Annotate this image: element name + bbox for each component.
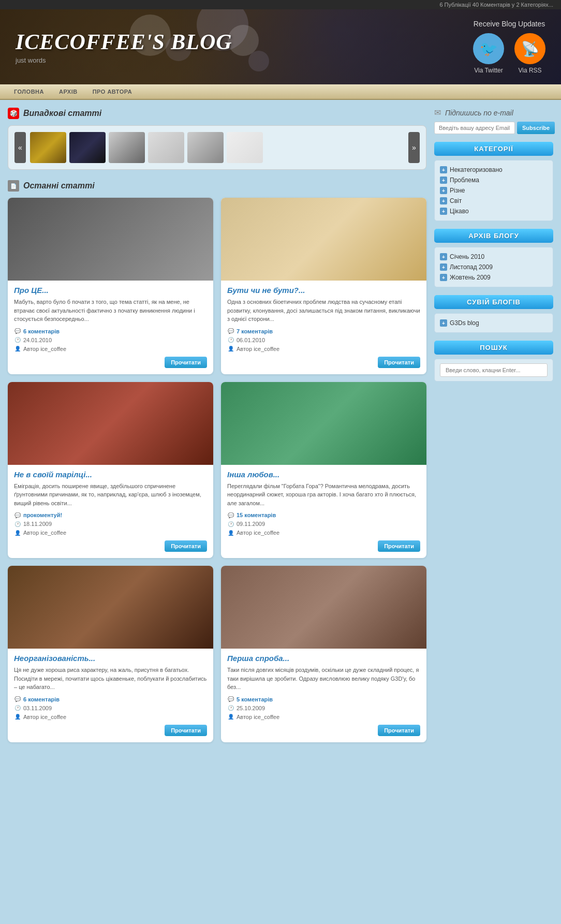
- post-date-4: 09.11.2009: [237, 521, 265, 527]
- top-bar: 6 Публікації 40 Коментарів у 2 Категорія…: [0, 0, 561, 9]
- comments-link-1[interactable]: 6 коментарів: [23, 328, 60, 334]
- comments-icon-3: 💬: [14, 511, 21, 519]
- date-meta-3: 🕐 18.11.2009: [14, 520, 207, 527]
- rss-link[interactable]: 📡 Via RSS: [514, 33, 545, 74]
- category-item-2[interactable]: + Проблема: [440, 175, 548, 185]
- author-meta-3: 👤 Автор ice_coffee: [14, 529, 207, 536]
- social-icons: 🐦 Via Twitter 📡 Via RSS: [473, 33, 545, 74]
- thumb-3[interactable]: [109, 132, 145, 163]
- author-icon-6: 👤: [227, 713, 234, 721]
- post-title-2[interactable]: Бути чи не бути?...: [227, 286, 420, 295]
- thumb-2[interactable]: [69, 132, 106, 163]
- category-label-5: Цікаво: [450, 208, 469, 215]
- post-body-1: Про ЦЕ... Мабуть, варто було б почати з …: [8, 281, 213, 374]
- archive-plus-1: +: [440, 253, 447, 260]
- slider-next-button[interactable]: »: [408, 132, 420, 163]
- header-left: ICECOFFEE'S BLOG just words: [16, 30, 232, 64]
- category-item-5[interactable]: + Цікаво: [440, 206, 548, 216]
- email-form: Subscribe: [434, 122, 553, 134]
- archive-item-3[interactable]: + Жовтень 2009: [440, 272, 548, 283]
- post-title-4[interactable]: Інша любов...: [227, 470, 420, 479]
- read-button-5[interactable]: Прочитати: [165, 725, 207, 736]
- email-icon: ✉: [434, 108, 441, 118]
- post-date-3: 18.11.2009: [23, 521, 52, 527]
- category-item-1[interactable]: + Некатегоризовано: [440, 165, 548, 175]
- post-image-5: [8, 566, 213, 649]
- post-body-4: Інша любов... Переглядали фільм "Горбата…: [221, 465, 426, 559]
- post-body-3: Не в своїй тарілці... Еміграція, досить …: [8, 465, 213, 559]
- comments-link-4[interactable]: 15 коментарів: [237, 512, 276, 518]
- post-title-1[interactable]: Про ЦЕ...: [14, 286, 207, 295]
- slider-prev-button[interactable]: «: [14, 132, 26, 163]
- dice-icon: 🎲: [8, 108, 19, 119]
- post-card-4: Інша любов... Переглядали фільм "Горбата…: [221, 382, 426, 559]
- category-item-3[interactable]: + Різне: [440, 185, 548, 196]
- read-button-1[interactable]: Прочитати: [165, 357, 207, 368]
- search-input[interactable]: [440, 363, 548, 377]
- date-meta-2: 🕐 06.01.2010: [227, 336, 420, 344]
- random-section-header: 🎲 Випадкові статті: [8, 108, 426, 119]
- archive-item-2[interactable]: + Листопад 2009: [440, 262, 548, 272]
- main-nav: ГОЛОВНА АРХІВ ПРО АВТОРА: [0, 84, 561, 100]
- nav-item-archive[interactable]: АРХІВ: [53, 84, 84, 99]
- post-date-5: 03.11.2009: [23, 705, 52, 711]
- post-body-2: Бути чи не бути?... Одна з основних біое…: [221, 281, 426, 374]
- author-meta-1: 👤 Автор ice_coffee: [14, 345, 207, 353]
- categories-widget: КАТЕГОРІЇ + Некатегоризовано + Проблема …: [434, 142, 553, 221]
- read-button-2[interactable]: Прочитати: [378, 357, 420, 368]
- blogroll-item-1[interactable]: + G3Ds blog: [440, 318, 548, 328]
- thumb-5[interactable]: [187, 132, 224, 163]
- comments-icon-2: 💬: [227, 328, 234, 335]
- post-excerpt-1: Мабуть, варто було б почати з того, що т…: [14, 298, 207, 324]
- twitter-label: Via Twitter: [473, 67, 504, 74]
- read-button-4[interactable]: Прочитати: [378, 540, 420, 552]
- blogroll-body: + G3Ds blog: [434, 313, 553, 333]
- comments-link-6[interactable]: 5 коментарів: [237, 696, 273, 702]
- site-subtitle: just words: [16, 56, 232, 64]
- comments-link-2[interactable]: 7 коментарів: [237, 328, 273, 334]
- email-input[interactable]: [434, 122, 515, 134]
- twitter-link[interactable]: 🐦 Via Twitter: [473, 33, 504, 74]
- archive-plus-3: +: [440, 274, 447, 281]
- read-button-3[interactable]: Прочитати: [165, 540, 207, 552]
- nav-item-about[interactable]: ПРО АВТОРА: [86, 84, 139, 99]
- archive-header: АРХІВ БЛОГУ: [434, 229, 553, 243]
- post-title-6[interactable]: Перша спроба...: [227, 654, 420, 663]
- author-icon-1: 👤: [14, 345, 21, 353]
- post-body-6: Перша спроба... Таки після довгих місяці…: [221, 649, 426, 742]
- date-icon-6: 🕐: [227, 705, 234, 712]
- post-image-1: [8, 198, 213, 281]
- post-image-2: [221, 198, 426, 281]
- twitter-icon: 🐦: [473, 33, 504, 64]
- post-excerpt-5: Ця не дуже хороша риса характеру, на жал…: [14, 666, 207, 692]
- header-right: Receive Blog Updates 🐦 Via Twitter 📡 Via…: [473, 20, 545, 74]
- categories-body: + Некатегоризовано + Проблема + Різне + …: [434, 160, 553, 221]
- author-icon-3: 👤: [14, 529, 21, 536]
- rss-label: Via RSS: [514, 67, 545, 74]
- category-item-4[interactable]: + Світ: [440, 196, 548, 206]
- archive-label-1: Січень 2010: [450, 253, 484, 260]
- thumb-6[interactable]: [227, 132, 263, 163]
- comments-link-3[interactable]: прокоментуй!: [23, 512, 62, 518]
- blogroll-label-1: G3Ds blog: [450, 319, 479, 327]
- thumb-4[interactable]: [148, 132, 184, 163]
- date-meta-5: 🕐 03.11.2009: [14, 705, 207, 712]
- post-title-5[interactable]: Неорганізованість...: [14, 654, 207, 663]
- date-meta-6: 🕐 25.10.2009: [227, 705, 420, 712]
- category-plus-5: +: [440, 208, 447, 215]
- thumb-1[interactable]: [30, 132, 66, 163]
- archive-widget: АРХІВ БЛОГУ + Січень 2010 + Листопад 200…: [434, 229, 553, 287]
- post-title-3[interactable]: Не в своїй тарілці...: [14, 470, 207, 479]
- post-excerpt-3: Еміграція, досить поширене явище, здебіл…: [14, 482, 207, 508]
- category-plus-3: +: [440, 187, 447, 194]
- archive-item-1[interactable]: + Січень 2010: [440, 252, 548, 262]
- blogroll-widget: СУВІЙ БЛОГІВ + G3Ds blog: [434, 295, 553, 333]
- post-meta-6: 💬 5 коментарів 🕐 25.10.2009 👤 Автор ice_…: [227, 696, 420, 721]
- post-excerpt-2: Одна з основних біоетичних проблем людст…: [227, 298, 420, 324]
- nav-item-home[interactable]: ГОЛОВНА: [8, 84, 50, 99]
- subscribe-button[interactable]: Subscribe: [517, 122, 555, 134]
- post-card-3: Не в своїй тарілці... Еміграція, досить …: [8, 382, 213, 559]
- author-meta-5: 👤 Автор ice_coffee: [14, 713, 207, 721]
- read-button-6[interactable]: Прочитати: [378, 725, 420, 736]
- comments-link-5[interactable]: 6 коментарів: [23, 696, 60, 702]
